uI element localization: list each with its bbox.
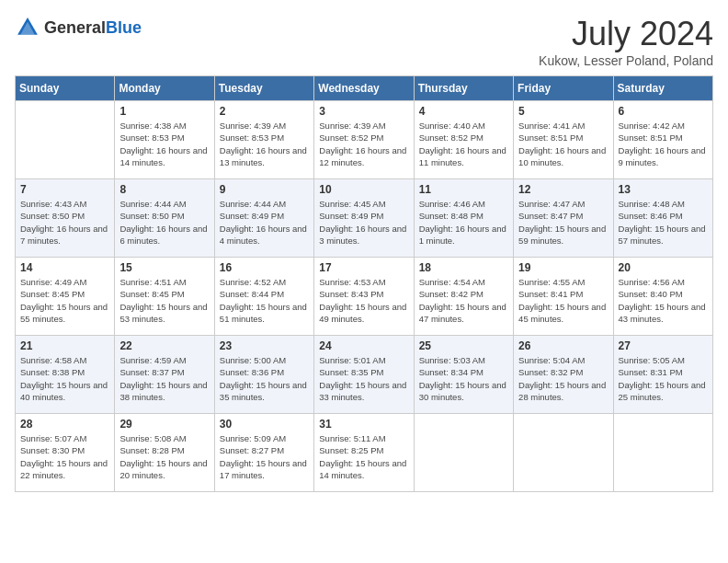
- calendar-cell: 30Sunrise: 5:09 AMSunset: 8:27 PMDayligh…: [214, 414, 313, 492]
- cell-info: Sunrise: 5:01 AMSunset: 8:35 PMDaylight:…: [319, 354, 408, 403]
- header-day-monday: Monday: [115, 76, 214, 101]
- calendar-cell: [613, 414, 712, 492]
- logo-blue: Blue: [106, 18, 142, 37]
- day-number: 17: [319, 261, 408, 274]
- cell-info: Sunrise: 4:44 AMSunset: 8:50 PMDaylight:…: [119, 198, 209, 247]
- calendar-cell: 18Sunrise: 4:54 AMSunset: 8:42 PMDayligh…: [414, 258, 513, 336]
- header-day-friday: Friday: [514, 76, 613, 101]
- day-number: 24: [319, 339, 408, 352]
- day-number: 15: [119, 261, 209, 274]
- cell-info: Sunrise: 4:58 AMSunset: 8:38 PMDaylight:…: [20, 354, 109, 403]
- calendar-cell: 10Sunrise: 4:45 AMSunset: 8:49 PMDayligh…: [314, 179, 414, 258]
- page-header: GeneralBlue July 2024 Kukow, Lesser Pola…: [15, 15, 713, 68]
- cell-info: Sunrise: 5:09 AMSunset: 8:27 PMDaylight:…: [220, 432, 309, 481]
- logo-wordmark: GeneralBlue: [44, 18, 142, 38]
- calendar-cell: [514, 414, 613, 492]
- day-number: 16: [220, 261, 309, 274]
- day-number: 10: [319, 183, 408, 196]
- calendar-cell: 16Sunrise: 4:52 AMSunset: 8:44 PMDayligh…: [214, 258, 313, 336]
- day-number: 29: [119, 418, 209, 431]
- day-number: 22: [119, 339, 209, 352]
- day-number: 21: [20, 339, 109, 352]
- calendar-cell: [16, 101, 115, 179]
- header-day-wednesday: Wednesday: [314, 76, 414, 101]
- cell-info: Sunrise: 4:53 AMSunset: 8:43 PMDaylight:…: [319, 276, 408, 325]
- calendar-cell: 28Sunrise: 5:07 AMSunset: 8:30 PMDayligh…: [16, 414, 115, 492]
- logo: GeneralBlue: [15, 15, 142, 40]
- cell-info: Sunrise: 4:56 AMSunset: 8:40 PMDaylight:…: [619, 276, 708, 325]
- calendar-cell: 1Sunrise: 4:38 AMSunset: 8:53 PMDaylight…: [115, 101, 214, 179]
- day-number: 6: [619, 105, 708, 118]
- calendar-cell: 15Sunrise: 4:51 AMSunset: 8:45 PMDayligh…: [115, 258, 214, 336]
- cell-info: Sunrise: 4:51 AMSunset: 8:45 PMDaylight:…: [119, 276, 209, 325]
- logo-general: General: [44, 18, 106, 37]
- calendar-cell: 9Sunrise: 4:44 AMSunset: 8:49 PMDaylight…: [214, 179, 313, 258]
- calendar-cell: 27Sunrise: 5:05 AMSunset: 8:31 PMDayligh…: [613, 336, 712, 414]
- cell-info: Sunrise: 4:59 AMSunset: 8:37 PMDaylight:…: [119, 354, 209, 403]
- day-number: 26: [518, 339, 608, 352]
- cell-info: Sunrise: 4:38 AMSunset: 8:53 PMDaylight:…: [119, 120, 209, 168]
- cell-info: Sunrise: 5:04 AMSunset: 8:32 PMDaylight:…: [518, 354, 608, 403]
- cell-info: Sunrise: 4:46 AMSunset: 8:48 PMDaylight:…: [419, 198, 508, 247]
- calendar-cell: 7Sunrise: 4:43 AMSunset: 8:50 PMDaylight…: [16, 179, 115, 258]
- title-block: July 2024 Kukow, Lesser Poland, Poland: [539, 15, 713, 68]
- calendar-cell: 8Sunrise: 4:44 AMSunset: 8:50 PMDaylight…: [115, 179, 214, 258]
- day-number: 5: [518, 105, 608, 118]
- day-number: 25: [419, 339, 508, 352]
- header-day-tuesday: Tuesday: [214, 76, 313, 101]
- day-number: 28: [20, 418, 109, 431]
- calendar-cell: 29Sunrise: 5:08 AMSunset: 8:28 PMDayligh…: [115, 414, 214, 492]
- day-number: 4: [419, 105, 508, 118]
- day-number: 7: [20, 183, 109, 196]
- calendar-cell: 24Sunrise: 5:01 AMSunset: 8:35 PMDayligh…: [314, 336, 414, 414]
- cell-info: Sunrise: 4:43 AMSunset: 8:50 PMDaylight:…: [20, 198, 109, 247]
- calendar-cell: 31Sunrise: 5:11 AMSunset: 8:25 PMDayligh…: [314, 414, 414, 492]
- cell-info: Sunrise: 4:48 AMSunset: 8:46 PMDaylight:…: [619, 198, 708, 247]
- day-number: 19: [518, 261, 608, 274]
- cell-info: Sunrise: 4:47 AMSunset: 8:47 PMDaylight:…: [518, 198, 608, 247]
- cell-info: Sunrise: 5:11 AMSunset: 8:25 PMDaylight:…: [319, 432, 408, 481]
- day-number: 12: [518, 183, 608, 196]
- day-number: 9: [220, 183, 309, 196]
- month-title: July 2024: [539, 15, 713, 53]
- cell-info: Sunrise: 5:07 AMSunset: 8:30 PMDaylight:…: [20, 432, 109, 481]
- cell-info: Sunrise: 5:08 AMSunset: 8:28 PMDaylight:…: [119, 432, 209, 481]
- header-day-saturday: Saturday: [613, 76, 712, 101]
- cell-info: Sunrise: 4:44 AMSunset: 8:49 PMDaylight:…: [220, 198, 309, 247]
- day-number: 23: [220, 339, 309, 352]
- day-number: 31: [319, 418, 408, 431]
- calendar-cell: 21Sunrise: 4:58 AMSunset: 8:38 PMDayligh…: [16, 336, 115, 414]
- day-number: 14: [20, 261, 109, 274]
- calendar-cell: 25Sunrise: 5:03 AMSunset: 8:34 PMDayligh…: [414, 336, 513, 414]
- calendar-cell: 14Sunrise: 4:49 AMSunset: 8:45 PMDayligh…: [16, 258, 115, 336]
- calendar-cell: [414, 414, 513, 492]
- calendar-row-4: 28Sunrise: 5:07 AMSunset: 8:30 PMDayligh…: [16, 414, 713, 492]
- day-number: 8: [119, 183, 209, 196]
- day-number: 13: [619, 183, 708, 196]
- calendar-cell: 22Sunrise: 4:59 AMSunset: 8:37 PMDayligh…: [115, 336, 214, 414]
- calendar-cell: 23Sunrise: 5:00 AMSunset: 8:36 PMDayligh…: [214, 336, 313, 414]
- day-number: 1: [119, 105, 209, 118]
- calendar-cell: 26Sunrise: 5:04 AMSunset: 8:32 PMDayligh…: [514, 336, 613, 414]
- day-number: 30: [220, 418, 309, 431]
- cell-info: Sunrise: 4:39 AMSunset: 8:53 PMDaylight:…: [220, 120, 309, 168]
- cell-info: Sunrise: 4:45 AMSunset: 8:49 PMDaylight:…: [319, 198, 408, 247]
- calendar-cell: 3Sunrise: 4:39 AMSunset: 8:52 PMDaylight…: [314, 101, 414, 179]
- calendar-cell: 13Sunrise: 4:48 AMSunset: 8:46 PMDayligh…: [613, 179, 712, 258]
- calendar-cell: 5Sunrise: 4:41 AMSunset: 8:51 PMDaylight…: [514, 101, 613, 179]
- cell-info: Sunrise: 4:41 AMSunset: 8:51 PMDaylight:…: [518, 120, 608, 168]
- calendar-cell: 11Sunrise: 4:46 AMSunset: 8:48 PMDayligh…: [414, 179, 513, 258]
- calendar-row-2: 14Sunrise: 4:49 AMSunset: 8:45 PMDayligh…: [16, 258, 713, 336]
- calendar-cell: 6Sunrise: 4:42 AMSunset: 8:51 PMDaylight…: [613, 101, 712, 179]
- cell-info: Sunrise: 5:00 AMSunset: 8:36 PMDaylight:…: [220, 354, 309, 403]
- cell-info: Sunrise: 4:55 AMSunset: 8:41 PMDaylight:…: [518, 276, 608, 325]
- cell-info: Sunrise: 4:49 AMSunset: 8:45 PMDaylight:…: [20, 276, 109, 325]
- day-number: 18: [419, 261, 508, 274]
- day-number: 20: [619, 261, 708, 274]
- cell-info: Sunrise: 4:42 AMSunset: 8:51 PMDaylight:…: [619, 120, 708, 168]
- calendar-row-1: 7Sunrise: 4:43 AMSunset: 8:50 PMDaylight…: [16, 179, 713, 258]
- calendar-row-3: 21Sunrise: 4:58 AMSunset: 8:38 PMDayligh…: [16, 336, 713, 414]
- logo-icon: [15, 15, 40, 40]
- cell-info: Sunrise: 4:54 AMSunset: 8:42 PMDaylight:…: [419, 276, 508, 325]
- calendar-cell: 20Sunrise: 4:56 AMSunset: 8:40 PMDayligh…: [613, 258, 712, 336]
